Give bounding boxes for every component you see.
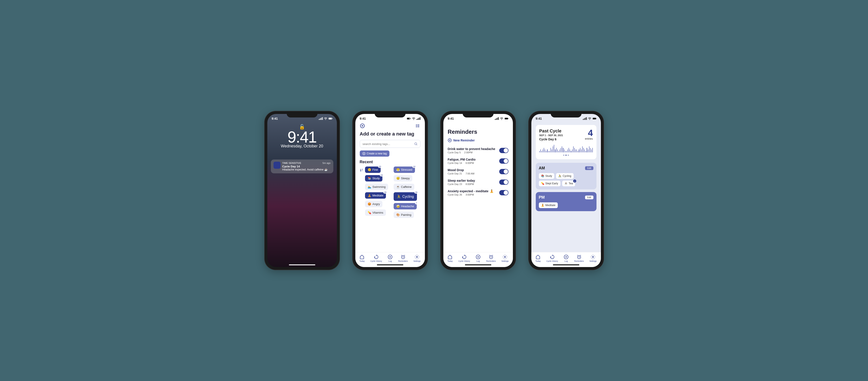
spark-bar <box>588 149 588 153</box>
tab-reminders[interactable]: Reminders <box>398 255 408 262</box>
dot[interactable] <box>563 155 564 156</box>
tag-headache[interactable]: 🤕Headache7 <box>394 203 417 210</box>
reminder-item[interactable]: Fatigue, PM CardioCycle Day 146:00PM <box>448 158 508 164</box>
search-field[interactable] <box>363 142 412 146</box>
create-tag-button[interactable]: Create a new tag <box>360 151 390 157</box>
tab-today[interactable]: Today <box>447 255 453 262</box>
notch <box>287 111 317 118</box>
notif-label: TIME SENSITIVE <box>282 162 302 164</box>
reminder-day: Cycle Day 21 <box>448 172 462 175</box>
tab-reminders[interactable]: Reminders <box>486 255 496 262</box>
spark-bar <box>587 148 587 153</box>
notif-message: Headache expected. Avoid caffeine ☕ <box>282 168 331 171</box>
entry-label: entries <box>585 137 593 140</box>
reminder-time: 3:00PM <box>466 193 474 196</box>
edit-button[interactable]: Edit <box>585 166 593 170</box>
home-indicator[interactable] <box>377 264 403 265</box>
new-reminder-button[interactable]: New Reminder <box>448 138 508 142</box>
tab-today[interactable]: Today <box>535 255 540 262</box>
reminder-item[interactable]: Drink water to prevent headacheCycle Day… <box>448 147 508 154</box>
reminder-title: Anxiety expected - meditate 🧘 <box>448 189 499 193</box>
reminder-item[interactable]: Anxiety expected - meditate 🧘Cycle Day 2… <box>448 189 508 196</box>
spark-bar <box>578 151 578 153</box>
spark-bar <box>567 149 568 153</box>
past-cycle-card[interactable]: Past Cycle SEP 1 - SEP 30, 2021 Cycle Da… <box>536 125 596 159</box>
tab-today[interactable]: Today <box>359 255 365 262</box>
tag-caffeine[interactable]: ☕Caffeine <box>394 184 414 190</box>
tag-swimming[interactable]: 🏊Swimming <box>365 184 389 190</box>
svg-point-55 <box>592 256 594 258</box>
pm-card: PM Edit 🧘Meditate <box>536 192 596 211</box>
list-icon <box>415 124 420 128</box>
tag-painting[interactable]: 🎨Painting <box>394 212 414 218</box>
battery-icon <box>407 117 411 120</box>
tag-vitamins[interactable]: 💊Vitamins <box>365 210 386 216</box>
tab-log[interactable]: Log <box>388 255 393 262</box>
reminder-day: Cycle Day 23 <box>448 183 462 185</box>
svg-rect-48 <box>586 117 587 120</box>
list-button[interactable] <box>415 123 421 128</box>
page-dots[interactable] <box>539 155 593 156</box>
dot-active[interactable] <box>565 155 566 156</box>
home-indicator[interactable] <box>465 264 491 265</box>
tab-cycle-history[interactable]: Cycle History <box>370 255 382 262</box>
date-range: SEP 1 - SEP 30, 2021 <box>539 134 563 137</box>
chip-study[interactable]: 📚Study <box>539 173 555 179</box>
tag-fine[interactable]: 🙂Fine23 <box>365 166 381 173</box>
tab-log[interactable]: Log <box>564 255 568 262</box>
svg-rect-6 <box>332 118 333 119</box>
tag-label: Painting <box>401 213 411 217</box>
toggle-switch[interactable] <box>499 169 508 174</box>
plus-circle-icon <box>448 138 452 142</box>
tag-stressed[interactable]: 😤Stressed10 <box>394 166 415 173</box>
battery-icon <box>504 117 508 120</box>
toggle-switch[interactable] <box>499 180 508 185</box>
tag-column: 😤Stressed10😴Sleepy☕Caffeine🚴Cycling26🤕He… <box>394 166 421 218</box>
sort-button[interactable] <box>360 168 363 173</box>
toggle-switch[interactable] <box>499 148 508 153</box>
svg-point-17 <box>416 126 416 126</box>
spark-bar <box>554 145 554 153</box>
tab-cycle-history[interactable]: Cycle History <box>458 255 470 262</box>
spark-bar <box>548 151 549 153</box>
tab-log[interactable]: Log <box>476 255 480 262</box>
close-button[interactable] <box>360 123 365 128</box>
tag-study[interactable]: 📚Study23 <box>365 175 382 182</box>
spark-bar <box>541 151 542 153</box>
chip-tea[interactable]: ☕Tea2 <box>562 181 575 186</box>
chip-slept-early[interactable]: 💊Slept Early <box>539 181 560 186</box>
edit-button[interactable]: Edit <box>585 196 593 199</box>
tag-label: Stressed <box>401 168 412 171</box>
tab-settings[interactable]: Settings <box>413 255 421 262</box>
tab-settings[interactable]: Settings <box>501 255 509 262</box>
tab-label: Reminders <box>486 260 496 262</box>
close-icon <box>360 123 365 128</box>
chip-cycling[interactable]: 🚴Cycling <box>556 173 574 179</box>
tag-cycling[interactable]: 🚴Cycling26 <box>394 192 417 201</box>
reminder-item[interactable]: Sleep earlier todayCycle Day 238:00PM <box>448 179 508 185</box>
tab-cycle-history[interactable]: Cycle History <box>546 255 558 262</box>
toggle-switch[interactable] <box>499 158 508 164</box>
toggle-switch[interactable] <box>499 190 508 195</box>
chip-meditate[interactable]: 🧘Meditate <box>539 202 558 208</box>
dot[interactable] <box>568 155 569 156</box>
tag-sleepy[interactable]: 😴Sleepy <box>394 175 412 182</box>
status-time: 9:41 <box>360 117 366 120</box>
home-indicator[interactable] <box>553 264 579 265</box>
search-input[interactable] <box>360 140 421 148</box>
notification-card[interactable]: TIME SENSITIVE 5m ago Cycle Day 14 Heada… <box>271 159 333 173</box>
spark-bar <box>547 149 548 153</box>
create-tag-label: Create a new tag <box>367 152 387 155</box>
tag-angry[interactable]: 😡Angry <box>365 201 383 207</box>
spark-bar <box>577 149 577 153</box>
tag-meditate[interactable]: 🧘Meditate20 <box>365 192 386 199</box>
tab-label: Log <box>389 260 392 262</box>
reminder-item[interactable]: Mood DropCycle Day 217:00 AM <box>448 168 508 175</box>
battery-icon <box>329 117 333 120</box>
spark-bar <box>565 151 566 153</box>
tab-reminders[interactable]: Reminders <box>574 255 584 262</box>
svg-rect-2 <box>321 118 322 120</box>
spark-bar <box>581 149 582 153</box>
home-indicator[interactable] <box>289 264 315 265</box>
tab-settings[interactable]: Settings <box>589 255 597 262</box>
